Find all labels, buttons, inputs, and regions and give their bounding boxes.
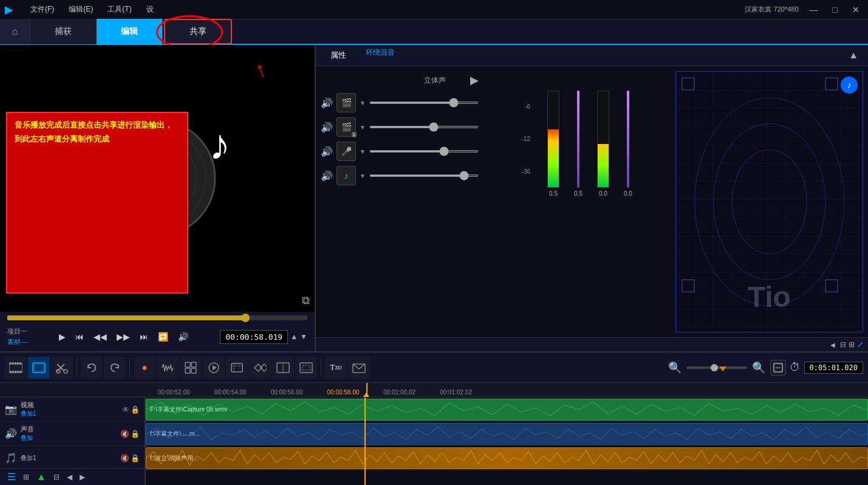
copy-preview-button[interactable]: ⧉ (302, 294, 310, 307)
panel-expand-button[interactable]: ⤢ (857, 340, 863, 349)
track-video-lock-icon[interactable]: 🔒 (131, 405, 140, 414)
select-tool-button[interactable] (28, 357, 50, 379)
svg-rect-24 (17, 371, 19, 373)
right-panel-tabs: 属性 环绕混音 ▲ (316, 45, 868, 66)
timeline-ruler: 00:00:52.00 00:00:54.00 00:00:56.00 00:0… (0, 383, 868, 397)
effect-button[interactable]: ● (134, 357, 155, 379)
panel-view-btn1[interactable]: ⊟ (840, 340, 846, 349)
track-row-music: f:\波立\消除声用... (146, 446, 868, 470)
video-clip[interactable]: F:\字幕文件\Capture 05.wmv (146, 399, 868, 421)
close-button[interactable]: ✕ (849, 4, 863, 16)
step-forward-button[interactable]: ▶▶ (114, 331, 132, 343)
track-label-music: 🎵 叠加1 🔇 🔒 (0, 446, 145, 470)
track-grid-view-button[interactable]: ⊞ (21, 472, 32, 483)
panel-view-btn2[interactable]: ⊞ (849, 340, 855, 349)
svg-rect-33 (191, 362, 196, 367)
svg-rect-27 (35, 365, 43, 371)
tab-capture[interactable]: 捕获 (30, 19, 97, 44)
cut-tool-button[interactable] (51, 357, 73, 379)
ch3-mic-icon[interactable]: 🎤 (337, 142, 356, 161)
step-back-button[interactable]: ◀◀ (91, 331, 109, 343)
timecode-down-button[interactable]: ▼ (300, 332, 307, 341)
vu-scale-neg36: -36 (522, 168, 530, 175)
volume-button[interactable]: 🔊 (176, 331, 191, 343)
filmstrip-tool-button[interactable] (5, 357, 27, 379)
ch1-volume-slider[interactable] (369, 101, 479, 104)
menu-file[interactable]: 文件(F) (28, 3, 56, 16)
track-list-view-button[interactable]: ☰ (5, 470, 18, 484)
tab-share[interactable]: 共享 (164, 19, 232, 44)
transition-button[interactable] (180, 357, 202, 379)
ruler-mark-1: 00:00:54.00 (202, 389, 259, 396)
ch3-volume-slider[interactable] (369, 150, 479, 153)
scrubber-thumb[interactable] (241, 314, 250, 322)
svg-rect-25 (19, 371, 21, 373)
svg-rect-22 (12, 371, 14, 373)
motion-button[interactable] (249, 357, 271, 379)
ch3-arrow[interactable]: ▼ (360, 148, 366, 155)
zoom-out-button[interactable]: 🔍 (665, 360, 685, 376)
home-nav-button[interactable]: ⌂ (0, 19, 30, 44)
panel-scroll-up[interactable]: ▲ (849, 50, 858, 61)
audio-tool-button[interactable] (157, 357, 179, 379)
menu-edit[interactable]: 编辑(E) (66, 3, 95, 16)
audio-clip[interactable]: f:\字幕文件\... .m... (146, 423, 868, 445)
ch1-arrow[interactable]: ▼ (360, 100, 366, 106)
svg-rect-43 (300, 363, 312, 373)
split-screen-button[interactable] (272, 357, 294, 379)
play-button[interactable]: ▶ (56, 331, 68, 343)
ch4-volume-slider[interactable] (369, 174, 479, 177)
ch4-arrow[interactable]: ▼ (360, 173, 366, 179)
track-settings-button[interactable]: ⊟ (51, 472, 62, 483)
track-video-camera-icon[interactable]: 📷 (5, 404, 17, 415)
vu-right-label: 0.0 (599, 190, 607, 197)
timecode-up-button[interactable]: ▲ (290, 332, 298, 341)
track-music-lock-icon[interactable]: 🔒 (131, 454, 140, 463)
minimize-button[interactable]: — (806, 4, 822, 16)
maximize-button[interactable]: □ (829, 4, 841, 16)
toolbar-sep-1 (77, 359, 77, 377)
tab-edit[interactable]: 编辑 (97, 19, 163, 44)
menu-extra[interactable]: 设 (144, 3, 156, 16)
zoom-thumb[interactable] (711, 364, 718, 371)
menu-tools[interactable]: 工具(T) (105, 3, 134, 16)
ch1-film-icon[interactable]: 🎬 (337, 93, 356, 112)
track-nav-next-button[interactable]: ▶ (77, 472, 87, 483)
tab-properties[interactable]: 属性 (326, 47, 351, 63)
ch2-film-icon[interactable]: 🎬1 (337, 117, 356, 137)
redo-button[interactable] (104, 357, 126, 379)
mask-button[interactable] (295, 357, 317, 379)
panel-scroll-left[interactable]: ◀ (830, 342, 835, 348)
clock-icon[interactable]: ⏱ (787, 361, 803, 374)
vu-left-bar: 0.5 (547, 91, 559, 197)
preview-scrubber[interactable] (7, 315, 307, 320)
track-audio-speaker-icon[interactable]: 🔊 (5, 428, 17, 439)
ch2-volume-slider[interactable] (369, 126, 479, 128)
zoom-in-button[interactable]: 🔍 (748, 360, 769, 376)
ch4-music-icon[interactable]: ♪ (337, 166, 356, 185)
track-video-label: 视频 (21, 401, 36, 410)
music-clip[interactable]: f:\波立\消除声用... (146, 447, 868, 469)
track-music-mute-icon[interactable]: 🔇 (120, 454, 129, 463)
track-video-eye-icon[interactable]: 👁 (122, 405, 129, 414)
zoom-slider[interactable] (686, 366, 747, 369)
fit-zoom-button[interactable] (770, 360, 786, 376)
track-music-note-icon[interactable]: 🎵 (5, 452, 17, 464)
text-3d-button[interactable]: T3D (325, 357, 347, 379)
track-audio-mute-icon[interactable]: 🔇 (120, 430, 129, 438)
speed-tool-button[interactable] (203, 357, 225, 379)
track-nav-prev-button[interactable]: ◀ (64, 472, 75, 483)
tab-surround-mix[interactable]: 环绕混音 (366, 47, 395, 63)
skip-forward-button[interactable]: ⏭ (137, 331, 151, 343)
ch2-arrow[interactable]: ▼ (360, 124, 366, 131)
share-tool-button[interactable] (348, 357, 370, 379)
stereo-play-button[interactable]: ▶ (470, 74, 479, 87)
track-audio-lock-icon[interactable]: 🔒 (131, 430, 140, 438)
skip-back-button[interactable]: ⏮ (73, 331, 86, 343)
crop-button[interactable] (226, 357, 248, 379)
svg-rect-18 (15, 362, 16, 365)
loop-button[interactable]: 🔁 (155, 331, 171, 343)
vu-right-val: 0.0 (624, 190, 632, 197)
undo-button[interactable] (81, 357, 103, 379)
track-add-button[interactable]: ▲ (34, 470, 49, 484)
